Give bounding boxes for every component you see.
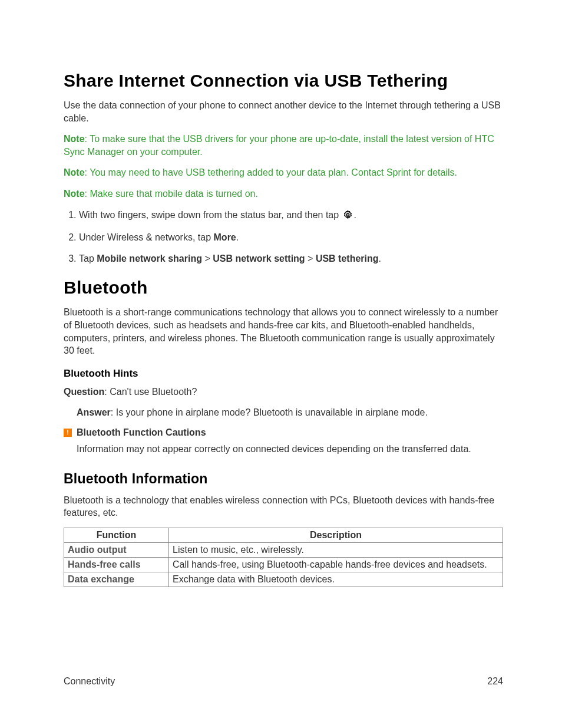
step-3-sep-2: >: [305, 253, 316, 263]
note-2-text: : You may need to have USB tethering add…: [85, 167, 457, 177]
heading-share-usb-tethering: Share Internet Connection via USB Tether…: [64, 71, 503, 91]
caution-row: ! Bluetooth Function Cautions: [64, 427, 503, 438]
bluetooth-info-table: Function Description Audio output Listen…: [64, 528, 503, 587]
step-1: With two fingers, swipe down from the st…: [79, 209, 503, 223]
question-label: Question: [64, 387, 104, 397]
note-1-text: : To make sure that the USB drivers for …: [64, 134, 494, 157]
table-header-function: Function: [64, 528, 169, 542]
note-3-text: : Make sure that mobile data is turned o…: [85, 189, 258, 199]
footer-page-number: 224: [487, 676, 503, 687]
caution-title: Bluetooth Function Cautions: [77, 427, 206, 438]
footer-section: Connectivity: [64, 676, 115, 687]
note-2: Note: You may need to have USB tethering…: [64, 166, 503, 179]
paragraph-bluetooth-intro: Bluetooth is a short-range communication…: [64, 306, 503, 357]
note-1: Note: To make sure that the USB drivers …: [64, 133, 503, 158]
question-text: : Can't use Bluetooth?: [104, 387, 197, 397]
table-cell-description: Call hands-free, using Bluetooth-capable…: [169, 557, 503, 572]
step-3-bold-1: Mobile network sharing: [97, 253, 202, 263]
paragraph-bluetooth-info-intro: Bluetooth is a technology that enables w…: [64, 494, 503, 519]
step-3-end: .: [379, 253, 381, 263]
step-2: Under Wireless & networks, tap More.: [79, 231, 503, 244]
step-1-text-b: .: [354, 210, 356, 220]
table-row: Audio output Listen to music, etc., wire…: [64, 542, 503, 557]
note-label: Note: [64, 167, 85, 177]
document-page: Share Internet Connection via USB Tether…: [0, 0, 562, 728]
heading-bluetooth: Bluetooth: [64, 278, 503, 298]
table-cell-function: Hands-free calls: [64, 557, 169, 572]
answer-text: : Is your phone in airplane mode? Blueto…: [111, 407, 428, 417]
table-row: Hands-free calls Call hands-free, using …: [64, 557, 503, 572]
step-2-bold-more: More: [214, 232, 236, 242]
step-3: Tap Mobile network sharing > USB network…: [79, 252, 503, 265]
heading-bluetooth-hints: Bluetooth Hints: [64, 368, 503, 380]
table-header-description: Description: [169, 528, 503, 542]
bluetooth-question: Question: Can't use Bluetooth?: [64, 386, 503, 398]
page-footer: Connectivity 224: [64, 676, 503, 687]
note-label: Note: [64, 134, 85, 144]
table-cell-function: Data exchange: [64, 572, 169, 587]
table-row: Data exchange Exchange data with Bluetoo…: [64, 572, 503, 587]
caution-body: Information may not appear correctly on …: [77, 443, 503, 456]
step-3-text-a: Tap: [79, 253, 97, 263]
bluetooth-answer: Answer: Is your phone in airplane mode? …: [77, 406, 503, 419]
step-3-sep-1: >: [202, 253, 213, 263]
step-3-bold-2: USB network setting: [213, 253, 305, 263]
table-cell-description: Exchange data with Bluetooth devices.: [169, 572, 503, 587]
answer-label: Answer: [77, 407, 111, 417]
svg-point-0: [346, 213, 349, 216]
table-cell-function: Audio output: [64, 542, 169, 557]
step-2-text-b: .: [236, 232, 239, 242]
caution-icon: !: [64, 429, 72, 437]
step-2-text-a: Under Wireless & networks, tap: [79, 232, 214, 242]
note-3: Note: Make sure that mobile data is turn…: [64, 187, 503, 200]
tethering-steps-list: With two fingers, swipe down from the st…: [64, 209, 503, 265]
note-label: Note: [64, 189, 85, 199]
table-cell-description: Listen to music, etc., wirelessly.: [169, 542, 503, 557]
settings-gear-icon: [343, 210, 353, 223]
step-3-bold-3: USB tethering: [316, 253, 379, 263]
paragraph-share-intro: Use the data connection of your phone to…: [64, 99, 503, 124]
step-1-text-a: With two fingers, swipe down from the st…: [79, 210, 342, 220]
table-header-row: Function Description: [64, 528, 503, 542]
heading-bluetooth-information: Bluetooth Information: [64, 471, 503, 487]
